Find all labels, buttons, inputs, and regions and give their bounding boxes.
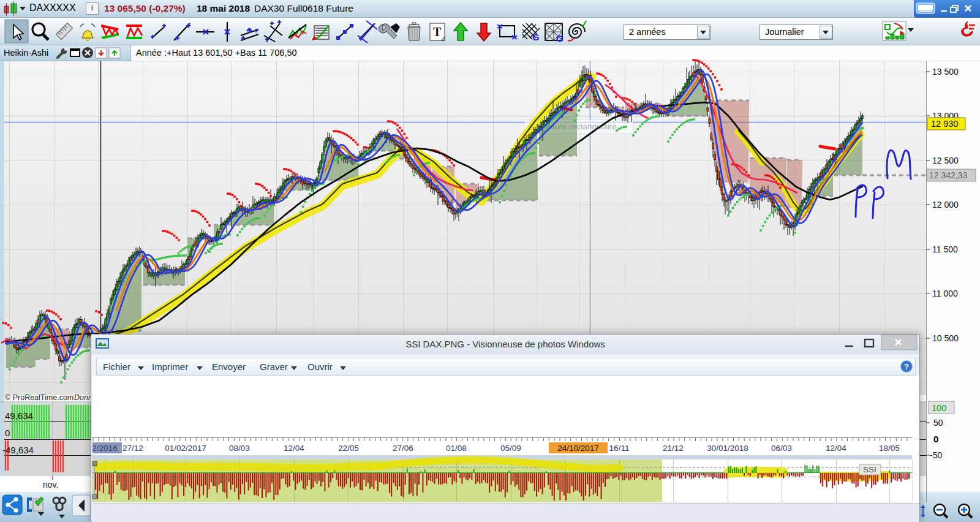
svg-text:08/03: 08/03 <box>229 444 250 453</box>
svg-text:12 000: 12 000 <box>932 200 959 210</box>
svg-text:30/01/2018: 30/01/2018 <box>707 444 748 453</box>
svg-text:21/12: 21/12 <box>663 444 684 453</box>
svg-text:0: 0 <box>933 434 938 444</box>
svg-text:10 500: 10 500 <box>932 333 959 343</box>
svg-text:49,634: 49,634 <box>5 410 33 421</box>
svg-text:-49,634: -49,634 <box>2 445 34 455</box>
svg-text:13 500: 13 500 <box>932 67 959 77</box>
svg-text:100: 100 <box>932 403 946 413</box>
svg-text:22/05: 22/05 <box>338 444 359 453</box>
svg-text:12/04: 12/04 <box>826 444 846 453</box>
svg-text:0: 0 <box>5 428 10 438</box>
svg-text:12 342,33: 12 342,33 <box>929 170 967 180</box>
svg-text:SSI: SSI <box>863 465 876 474</box>
svg-text:01/02/2017: 01/02/2017 <box>165 444 206 453</box>
svg-text:2/2016: 2/2016 <box>92 444 117 453</box>
svg-text:© ProRealTime.com: © ProRealTime.com <box>5 393 74 402</box>
svg-text:16/11: 16/11 <box>609 444 630 453</box>
svg-text:?: ? <box>904 362 909 371</box>
svg-text:27/06: 27/06 <box>393 444 413 453</box>
svg-text:01/08: 01/08 <box>446 444 467 453</box>
svg-text:24/10/2017: 24/10/2017 <box>557 444 599 453</box>
svg-text:12 500: 12 500 <box>932 156 959 165</box>
svg-text:12 930: 12 930 <box>931 119 958 129</box>
svg-text:06/03: 06/03 <box>771 444 792 453</box>
svg-text:18/05: 18/05 <box>879 444 900 453</box>
svg-text:27/12: 27/12 <box>123 444 143 453</box>
svg-text:50: 50 <box>933 418 943 428</box>
svg-text:12/04: 12/04 <box>284 444 304 453</box>
svg-text:11 500: 11 500 <box>932 244 958 254</box>
svg-text:11 000: 11 000 <box>932 289 958 298</box>
svg-text:05/09: 05/09 <box>500 444 521 453</box>
svg-text:nov.: nov. <box>43 480 58 490</box>
svg-text:-50: -50 <box>930 450 942 460</box>
